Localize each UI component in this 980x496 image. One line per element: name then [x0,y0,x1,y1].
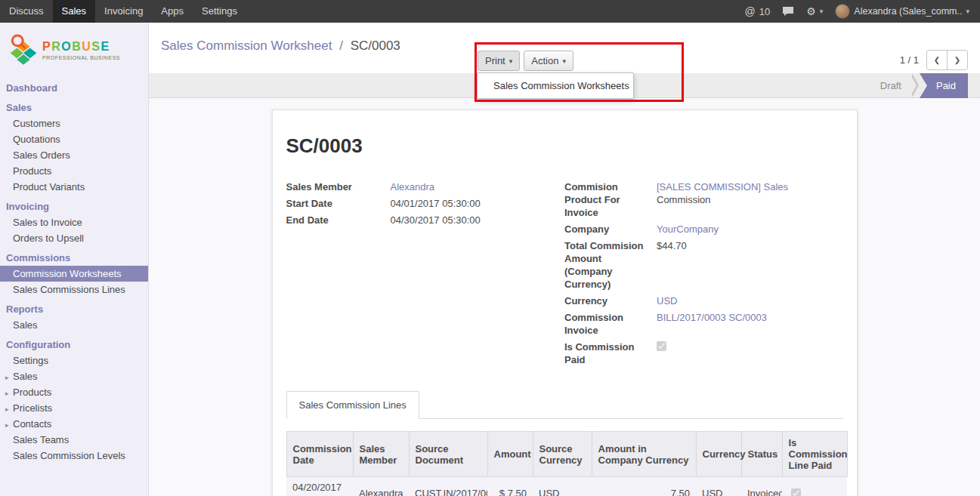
column-header[interactable]: Sales Member [353,432,409,477]
commission-lines-table: Commission DateSales MemberSource Docume… [286,431,848,496]
field-group-left: Sales Member Alexandra Start Date 04/01/… [286,180,565,370]
breadcrumb-parent-link[interactable]: Sales Commission Worksheet [161,39,332,53]
is-commission-paid-checkbox [657,341,666,351]
sidebar-item[interactable]: Products [0,384,148,400]
sidebar-item[interactable]: Settings [0,353,148,368]
cell-amount-company-currency: 7.50 [592,477,696,496]
sidebar-item[interactable]: Products [0,163,148,179]
sidebar-item[interactable]: Reports [0,301,148,317]
label-total-commission: Total Commision Amount (Company Currency… [564,239,649,291]
action-button[interactable]: Action ▾ [524,51,573,71]
pager-value[interactable]: 1 / 1 [900,54,919,66]
messages-button[interactable] [782,6,794,17]
sidebar-item[interactable]: Sales [0,100,148,116]
column-header[interactable]: Status [741,432,782,477]
gear-icon: ⚙ [806,5,816,17]
at-icon: @ [745,5,756,17]
sidebar-item[interactable]: Orders to Upsell [0,230,148,246]
topbar-right: @ 10 ⚙ ▾ Alexandra (Sales_comm.. ▾ [745,4,980,19]
column-header[interactable]: Amount in Company Currency [592,432,696,477]
company-link[interactable]: YourCompany [657,223,719,235]
sidebar-item[interactable]: Configuration [0,337,148,353]
column-header[interactable]: Amount [487,432,533,477]
sidebar-item[interactable]: Commissions [0,250,148,266]
status-draft[interactable]: Draft [870,73,912,98]
sidebar-item[interactable]: Commission Worksheets [0,266,148,282]
mentions-counter[interactable]: @ 10 [745,5,771,17]
caret-down-icon: ▾ [509,57,513,65]
print-button[interactable]: Print ▾ [478,51,520,71]
sidebar-item[interactable]: Product Variants [0,179,148,195]
sidebar-item[interactable]: Dashboard [0,80,148,96]
column-header[interactable]: Source Currency [533,432,592,477]
debug-menu-button[interactable]: ⚙ ▾ [806,5,823,17]
cell-source-currency: USD [533,477,592,496]
probuse-logo-icon [9,32,38,67]
end-date-value: 04/30/2017 05:30:00 [391,214,565,226]
table-row[interactable]: 04/20/2017 05:30:00 Alexandra CUST.IN/20… [286,477,847,496]
sidebar-item[interactable]: Sales Commission Levels [0,448,148,464]
sidebar-item[interactable]: Invoicing [0,199,148,214]
label-company: Company [564,223,649,236]
label-is-commission-paid: Is Commission Paid [564,340,649,366]
pager-previous-button[interactable]: ❮ [926,50,948,70]
tab-sales-commission-lines[interactable]: Sales Commission Lines [286,391,419,419]
user-name: Alexandra (Sales_comm.. [854,6,962,17]
sales-member-link[interactable]: Alexandra [391,181,435,193]
column-header[interactable]: Is Commission Line Paid [782,432,847,477]
start-date-value: 04/01/2017 05:30:00 [391,197,565,210]
column-header[interactable]: Source Document [409,432,487,477]
commission-product-rest: Commission [657,194,711,205]
brand-letter: R [51,40,61,53]
pager: 1 / 1 ❮ ❯ [900,50,968,70]
sidebar-item[interactable]: Sales to Invoice [0,214,148,230]
brand-letter: E [100,40,110,53]
dropdown-item-sales-commission-worksheets[interactable]: Sales Commission Worksheets [478,76,633,95]
label-end-date: End Date [286,214,383,226]
label-currency: Currency [564,294,649,307]
sidebar-item[interactable]: Pricelists [0,400,148,416]
sidebar-item[interactable]: Contacts [0,416,148,432]
sidebar-item[interactable]: Sales Orders [0,147,148,163]
breadcrumb-separator: / [339,39,343,53]
commission-invoice-link[interactable]: BILL/2017/0003 SC/0003 [657,312,767,323]
breadcrumb-current: SC/0003 [351,39,400,53]
status-paid[interactable]: Paid [920,73,968,98]
column-header[interactable]: Commission Date [286,432,353,477]
cell-sales-member: Alexandra [353,477,409,496]
cell-commission-date: 04/20/2017 05:30:00 [286,477,353,496]
sidebar-item[interactable]: Customers [0,116,148,131]
commission-product-link[interactable]: [SALES COMMISSION] Sales [657,181,788,193]
cell-status: Invoiced [741,477,782,496]
brand-letter: P [42,40,51,53]
sidebar-item[interactable]: Sales Commissions Lines [0,282,148,297]
line-paid-checkbox [791,488,801,496]
probuse-logo[interactable]: PROBUSE PROFESSIONAL BUSINESS [0,23,148,73]
label-commission-invoice: Commission Invoice [564,311,649,337]
status-arrow-icon [912,73,920,98]
top-menu-item[interactable]: Apps [152,0,193,23]
form-sheet: SC/0003 Sales Member Alexandra Start Dat… [272,109,858,496]
cell-line-paid [782,477,847,496]
user-menu[interactable]: Alexandra (Sales_comm.. ▾ [835,4,969,19]
notebook-tabs: Sales Commission Lines [286,391,843,419]
mention-count: 10 [759,6,770,17]
column-header[interactable]: Currency [696,432,741,477]
pager-next-button[interactable]: ❯ [947,50,968,70]
sidebar-item[interactable]: Sales Teams [0,432,148,448]
sidebar-item[interactable]: Quotations [0,131,148,147]
breadcrumb: Sales Commission Worksheet / SC/0003 [161,39,400,54]
top-navbar: Discuss Sales Invoicing Apps Settings @ … [0,0,980,23]
top-menu-item[interactable]: Sales [53,0,96,23]
caret-down-icon: ▾ [966,8,969,15]
sidebar-item[interactable]: Sales [0,368,148,384]
label-sales-member: Sales Member [286,180,383,193]
top-menu-item[interactable]: Discuss [0,0,53,23]
top-menu-item[interactable]: Settings [193,0,246,23]
total-commission-value: $44.70 [657,239,843,252]
top-menu-item[interactable]: Invoicing [95,0,152,23]
brand-letter: O [61,40,72,53]
sidebar-item[interactable]: Sales [0,317,148,333]
currency-link[interactable]: USD [657,295,677,307]
brand-letter: U [82,40,91,53]
